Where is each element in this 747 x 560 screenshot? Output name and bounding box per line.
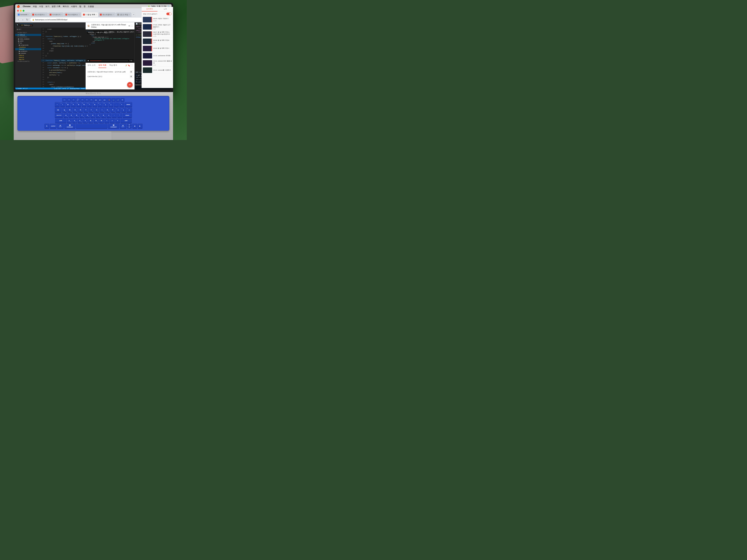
tree-appjs[interactable]: App.css — [15, 58, 41, 60]
period-key[interactable]: >. — [110, 118, 115, 123]
semicolon-key[interactable]: :; — [112, 113, 117, 117]
tree-modules[interactable]: ▶ modules — [15, 52, 41, 54]
4-key[interactable]: $4 — [76, 102, 81, 107]
menubar-user[interactable]: 사용자 — [71, 5, 77, 8]
f12-key[interactable]: 🔊 — [116, 98, 120, 102]
vscode-tab-todos[interactable]: JS Todos.js ● — [20, 24, 33, 26]
s-key[interactable]: Sㄴ — [69, 113, 74, 117]
tab-key[interactable]: tab — [55, 107, 61, 112]
tab-fastcampus1[interactable]: 패스트캠퍼스 × — [31, 12, 48, 17]
f2-key[interactable]: F2 — [72, 98, 76, 102]
lesson-item-7[interactable]: 12.11. connect HOC 활용 강좌 4:42 — [142, 59, 172, 67]
apple-menu[interactable]: 🍎 — [17, 5, 20, 8]
g-key[interactable]: Gㅎ — [85, 113, 90, 117]
f3-key[interactable]: 한자F3 — [76, 98, 80, 102]
f9-key[interactable]: ▶▶ — [103, 98, 107, 102]
0-key[interactable]: )0 — [108, 102, 113, 107]
tree-npm-scripts[interactable]: ▼ NPM SCRIPTS — [15, 60, 41, 62]
lesson-item-2[interactable]: 07.06. 리액트 개발자 도구 활용하기 5:07 — [142, 23, 172, 31]
minus-key[interactable]: _- — [114, 102, 119, 107]
tab-notice[interactable]: (공고) 취업 × — [116, 12, 131, 17]
tab-bomee[interactable]: bomee88 × — [16, 12, 31, 17]
tree-public[interactable]: ▶ public — [15, 40, 41, 42]
minimize-button[interactable] — [20, 10, 22, 12]
e-key[interactable]: Eㄷ — [73, 107, 78, 112]
f8-key[interactable]: ▶/II — [98, 98, 102, 102]
f5-key[interactable]: F5 — [85, 98, 89, 102]
vscode-tab-explorer[interactable]: 🔍 — [16, 24, 19, 26]
esc-key[interactable]: esc — [62, 98, 67, 102]
tree-root[interactable]: ▼ 열린 편집기 — [15, 31, 41, 34]
9-key[interactable]: (9 — [103, 102, 108, 107]
tab-mypage[interactable]: 미이페이지 × — [48, 12, 64, 17]
address-bar[interactable]: 🔒 fastcampus.co.kr/courses/200543/clips/ — [30, 18, 150, 22]
i-key[interactable]: Iㅑ — [100, 107, 104, 112]
lesson-item-6[interactable]: 11.10. useSelector 최적화 — [142, 52, 172, 59]
shift-left-key[interactable]: shift — [55, 118, 66, 123]
1-key[interactable]: !1 — [60, 102, 65, 107]
3-key[interactable]: #3 — [71, 102, 76, 107]
quote-key[interactable]: "' — [117, 113, 122, 117]
lesson-item-3[interactable]: 08.07. 할 일 목록 구현 A - 프로미텐이셔널 한번까지 12:01 — [142, 31, 172, 38]
menubar-history[interactable]: 방문 기록 — [52, 5, 60, 8]
d-key[interactable]: Dㅇ — [74, 113, 79, 117]
maximize-button[interactable] — [23, 10, 24, 12]
f10-key[interactable]: 🔇 — [107, 98, 111, 102]
tree-components[interactable]: ▶ components — [15, 44, 41, 46]
alt-left-key[interactable]: altoption — [57, 124, 64, 128]
tree-todos2[interactable]: todos.js — [15, 56, 41, 58]
k-key[interactable]: Kㅏ — [101, 113, 106, 117]
fc-tab-intro[interactable]: 강의 소개 — [87, 63, 96, 68]
left-key[interactable]: ◄ — [132, 124, 137, 128]
lesson-item-5[interactable]: 10.09. 할 일 목록 구현 C — [142, 45, 172, 52]
tab-fastcampus3[interactable]: 패스트캠퍼스 × — [98, 12, 115, 17]
tree-containers[interactable]: ▶ containers — [15, 50, 41, 52]
y-key[interactable]: Yㅛ — [89, 107, 94, 112]
next-lesson[interactable]: 다음 강의 — [96, 31, 103, 34]
slash-key[interactable]: ?/ — [115, 118, 120, 123]
menubar-view[interactable]: 보기 — [45, 5, 49, 8]
expand-icon[interactable]: ⛶ — [131, 64, 133, 66]
play-button[interactable]: ▶ — [88, 60, 89, 61]
shift-right-key[interactable]: shift — [121, 118, 132, 123]
v-key[interactable]: Vㅍ — [83, 118, 88, 123]
f7-key[interactable]: ◀◀ — [94, 98, 98, 102]
o-key[interactable]: Oㅐ — [105, 107, 110, 112]
download-button-2[interactable]: ⬇ — [130, 75, 133, 78]
menubar-window[interactable]: 창 — [83, 5, 85, 8]
b-key[interactable]: Bㅠ — [88, 118, 93, 123]
tab-todo[interactable]: 7. 할 일 목록 × — [81, 12, 98, 17]
7-key[interactable]: &7 — [93, 102, 97, 107]
c-key[interactable]: Cㅊ — [78, 118, 82, 123]
l-key[interactable]: Lㅣ — [106, 113, 111, 117]
tree-node-modules[interactable]: ▶ node_modules — [15, 38, 41, 40]
f11-key[interactable]: 🔉 — [111, 98, 115, 102]
h-key[interactable]: Hㅗ — [91, 113, 95, 117]
tab-fastcampus2[interactable]: 패스트캠퍼스 × — [64, 12, 81, 17]
note-icon[interactable]: 📝 — [125, 64, 127, 66]
download-button-1[interactable]: ⬇ — [130, 70, 133, 73]
8-key[interactable]: *8 — [98, 102, 103, 107]
t-key[interactable]: Tㅅ — [83, 107, 88, 112]
settings-icon[interactable]: ⚙ — [128, 25, 130, 27]
f6-key[interactable]: F6 — [89, 98, 93, 102]
menubar-chrome[interactable]: Chrome — [23, 5, 31, 7]
control-key[interactable]: control — [50, 124, 56, 128]
command-left-key[interactable]: ⌘command — [64, 124, 75, 128]
a-key[interactable]: Aㅁ — [63, 113, 68, 117]
back-button[interactable]: ‹ — [16, 18, 20, 22]
down-key[interactable]: ▼ — [127, 126, 132, 128]
u-key[interactable]: Uㅕ — [94, 107, 99, 112]
tree-index[interactable]: index.js — [15, 54, 41, 56]
reload-button[interactable]: ↻ — [25, 18, 29, 22]
fn-key[interactable]: fn — [45, 124, 49, 128]
q-key[interactable]: Qㅂ — [62, 107, 67, 112]
tree-counter-js[interactable]: Counter.js — [15, 46, 41, 48]
capslock-key[interactable]: caps lock — [55, 113, 63, 117]
r-key[interactable]: Rㄱ — [78, 107, 83, 112]
menubar-help[interactable]: 도움말 — [88, 5, 94, 8]
close-button[interactable] — [17, 10, 19, 12]
edit-fab-button[interactable]: ✏ — [127, 82, 133, 87]
delete-key[interactable]: delete — [125, 102, 132, 107]
backtick-key[interactable]: ~` — [55, 102, 60, 107]
